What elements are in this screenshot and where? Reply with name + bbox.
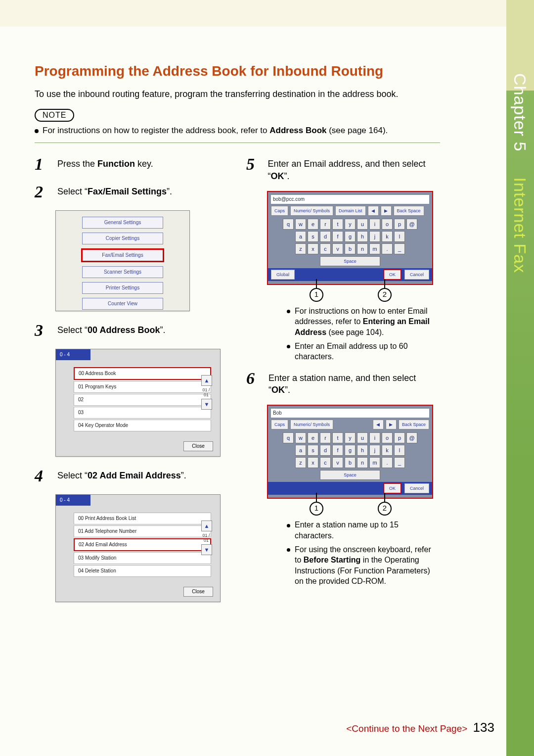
screenshot-settings: General Settings Copier Settings Fax/Ema… bbox=[55, 210, 190, 311]
numeric-symbols-button: Numeric/ Symbols bbox=[290, 420, 333, 429]
scroll-up-icon: ▲ bbox=[201, 375, 212, 386]
chapter-title: Internet Fax bbox=[511, 178, 530, 273]
key: @ bbox=[406, 219, 417, 230]
bullets-step6: Enter a station name up to 15 characters… bbox=[267, 520, 434, 587]
key: a bbox=[295, 445, 306, 456]
close-button: Close bbox=[183, 441, 213, 451]
left-column: 1 Press the Function key. 2 Select “Fax/… bbox=[35, 155, 222, 612]
menu-page: 01 / 01 bbox=[201, 533, 211, 543]
note-bold: Address Book bbox=[269, 126, 326, 135]
callouts: 1 2 bbox=[267, 288, 434, 302]
ok-button-highlight: OK bbox=[383, 483, 401, 494]
page: Chapter 5 Internet Fax Programming the A… bbox=[0, 0, 534, 756]
key: q bbox=[283, 219, 294, 230]
space-key: Space bbox=[320, 470, 380, 480]
step-body: Enter a station name, and then select “O… bbox=[268, 369, 434, 396]
settings-item: Scanner Settings bbox=[82, 266, 163, 278]
step-number: 2 bbox=[35, 183, 49, 201]
screenshot-keyboard-email: bob@pcc.com Caps Numeric/ Symbols Domain… bbox=[267, 191, 433, 285]
chapter-sidebar: Chapter 5 Internet Fax bbox=[506, 0, 534, 756]
step-1: 1 Press the Function key. bbox=[35, 155, 222, 174]
key: t bbox=[332, 432, 343, 443]
key: v bbox=[332, 457, 343, 468]
key: i bbox=[369, 219, 380, 230]
settings-item: Counter View bbox=[82, 298, 163, 310]
settings-item: Copier Settings bbox=[82, 233, 163, 244]
key: b bbox=[345, 457, 356, 468]
step-body: Select “00 Address Book”. bbox=[57, 321, 165, 340]
key: l bbox=[394, 231, 405, 242]
left-arrow-icon: ◀ bbox=[373, 420, 384, 429]
domain-list-button: Domain List bbox=[335, 206, 366, 216]
keyboard-footer: Global OK Cancel bbox=[268, 268, 432, 281]
menu-row: 03 bbox=[74, 407, 211, 419]
key: v bbox=[332, 243, 343, 254]
caps-button: Caps bbox=[271, 420, 288, 429]
bullet-item: For using the onscreen keyboard, refer t… bbox=[287, 544, 434, 587]
key: j bbox=[369, 231, 380, 242]
key: c bbox=[320, 457, 331, 468]
key: _ bbox=[394, 243, 405, 254]
right-arrow-icon: ▶ bbox=[381, 206, 392, 216]
key: n bbox=[357, 243, 368, 254]
key: d bbox=[320, 231, 331, 242]
key: b bbox=[345, 243, 356, 254]
note-line: For instructions on how to register the … bbox=[35, 126, 440, 136]
step-body: Enter an Email address, and then select … bbox=[267, 155, 434, 182]
menu-row: 01 Add Telephone Number bbox=[74, 525, 211, 537]
key: e bbox=[308, 219, 318, 230]
menu-header: 0 - 4 bbox=[56, 495, 90, 506]
step-6: 6 Enter a station name, and then select … bbox=[246, 369, 434, 396]
key: a bbox=[295, 231, 306, 242]
scroll-down-icon: ▼ bbox=[201, 399, 212, 410]
step-4: 4 Select “02 Add Email Address”. bbox=[35, 467, 222, 485]
columns: 1 Press the Function key. 2 Select “Fax/… bbox=[35, 155, 440, 612]
menu-scroll: ▲ 01 / 01 ▼ bbox=[201, 375, 211, 412]
keyboard-toolbar: Caps Numeric/ Symbols Domain List ◀ ▶ Ba… bbox=[271, 206, 429, 216]
key: w bbox=[295, 432, 306, 443]
menu-row: 02 bbox=[74, 394, 211, 406]
note-pill: NOTE bbox=[35, 109, 74, 122]
key: p bbox=[394, 432, 405, 443]
key: g bbox=[345, 231, 356, 242]
key: _ bbox=[394, 457, 405, 468]
keyboard-input: Bob bbox=[271, 409, 429, 418]
scroll-down-icon: ▼ bbox=[201, 544, 212, 555]
left-arrow-icon: ◀ bbox=[368, 206, 379, 216]
step-number: 1 bbox=[35, 155, 49, 174]
settings-item-highlight: Fax/Email Settings bbox=[81, 248, 164, 262]
key: k bbox=[382, 231, 393, 242]
note-text-post: (see page 164). bbox=[326, 126, 388, 135]
bullets-step5: For instructions on how to enter Email a… bbox=[267, 306, 434, 362]
bullet-item: Enter a station name up to 15 characters… bbox=[287, 520, 434, 541]
caps-button: Caps bbox=[271, 206, 288, 216]
key-row: asdfghjkl bbox=[268, 445, 432, 456]
global-button: Global bbox=[271, 270, 295, 280]
key: t bbox=[332, 219, 343, 230]
menu-row: 00 Print Address Book List bbox=[74, 513, 211, 524]
step-number: 5 bbox=[246, 155, 260, 182]
key: w bbox=[295, 219, 306, 230]
key: . bbox=[382, 243, 393, 254]
scroll-up-icon: ▲ bbox=[201, 520, 212, 531]
key: y bbox=[345, 432, 356, 443]
close-button: Close bbox=[183, 587, 213, 597]
key-row: qwertyuiop@ bbox=[268, 219, 432, 230]
page-number: 133 bbox=[473, 720, 494, 735]
menu-list: 00 Print Address Book List 01 Add Teleph… bbox=[74, 513, 211, 577]
screenshot-menu-0-4: 0 - 4 00 Address Book 01 Program Keys 02… bbox=[55, 349, 221, 457]
keyboard-input: bob@pcc.com bbox=[271, 195, 429, 204]
keyboard-toolbar: Caps Numeric/ Symbols ◀ ▶ Back Space bbox=[271, 420, 429, 429]
menu-row: 04 Key Operator Mode bbox=[74, 420, 211, 431]
key: n bbox=[357, 457, 368, 468]
key-row: asdfghjkl bbox=[268, 231, 432, 242]
key: p bbox=[394, 219, 405, 230]
key: u bbox=[357, 219, 368, 230]
key: m bbox=[369, 457, 380, 468]
continue-text: <Continue to the Next Page> bbox=[346, 723, 467, 734]
bullet-item: For instructions on how to enter Email a… bbox=[287, 306, 434, 338]
note-text-pre: For instructions on how to register the … bbox=[43, 126, 269, 135]
intro-text: To use the inbound routing feature, prog… bbox=[35, 88, 440, 100]
step-body: Select “02 Add Email Address”. bbox=[57, 467, 186, 485]
key: d bbox=[320, 445, 331, 456]
